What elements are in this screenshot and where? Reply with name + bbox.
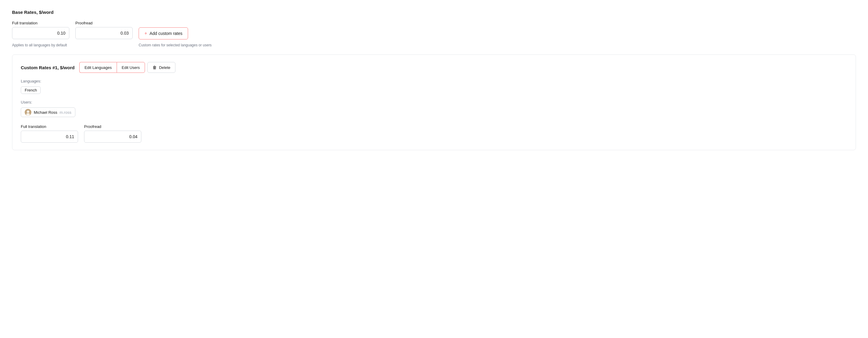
proofread-field: Proofread — [75, 21, 133, 39]
trash-icon: 🗑 — [153, 65, 157, 70]
svg-point-1 — [27, 110, 29, 113]
edit-languages-label: Edit Languages — [84, 65, 112, 70]
full-translation-label: Full translation — [12, 21, 69, 25]
languages-section: Languages: French — [21, 79, 847, 94]
add-custom-helper: Custom rates for selected languages or u… — [138, 43, 212, 47]
avatar — [25, 109, 31, 115]
edit-users-label: Edit Users — [122, 65, 140, 70]
custom-full-translation-label: Full translation — [21, 124, 78, 129]
base-rates-section: Base Rates, $/word Full translation Proo… — [12, 10, 856, 47]
full-translation-field: Full translation — [12, 21, 69, 39]
users-section-label: Users: — [21, 100, 847, 104]
custom-proofread-input[interactable] — [84, 131, 141, 143]
add-custom-rates-label: Add custom rates — [150, 31, 182, 36]
user-handle: m.ross — [60, 110, 71, 115]
base-rates-title: Base Rates, $/word — [12, 10, 856, 15]
add-custom-rates-button[interactable]: + Add custom rates — [138, 27, 188, 39]
custom-rates-section: Full translation Proofread — [21, 124, 847, 143]
edit-users-button[interactable]: Edit Users — [117, 62, 145, 73]
user-tag: Michael Ross m.ross — [21, 107, 75, 117]
users-section: Users: Michael Ross m.ross — [21, 100, 847, 117]
edit-languages-button[interactable]: Edit Languages — [79, 62, 116, 73]
language-tag: French — [21, 87, 41, 94]
custom-rate-card: Custom Rates #1, $/word Edit Languages E… — [12, 55, 856, 150]
custom-full-translation-field: Full translation — [21, 124, 78, 143]
card-header: Custom Rates #1, $/word Edit Languages E… — [21, 62, 847, 73]
custom-proofread-field: Proofread — [84, 124, 141, 143]
delete-label: Delete — [159, 65, 170, 70]
custom-proofread-label: Proofread — [84, 124, 141, 129]
svg-point-2 — [26, 113, 30, 115]
proofread-label: Proofread — [75, 21, 133, 25]
full-translation-input[interactable] — [12, 27, 69, 39]
user-name: Michael Ross m.ross — [34, 110, 71, 115]
custom-rate-title: Custom Rates #1, $/word — [21, 65, 74, 70]
languages-section-label: Languages: — [21, 79, 847, 83]
plus-icon: + — [144, 31, 147, 36]
base-rates-helper: Applies to all languages by default — [12, 43, 69, 47]
card-actions: Edit Languages Edit Users 🗑 Delete — [79, 62, 176, 73]
custom-full-translation-input[interactable] — [21, 131, 78, 143]
proofread-input[interactable] — [75, 27, 133, 39]
user-full-name: Michael Ross — [34, 110, 57, 115]
delete-button[interactable]: 🗑 Delete — [147, 62, 176, 73]
